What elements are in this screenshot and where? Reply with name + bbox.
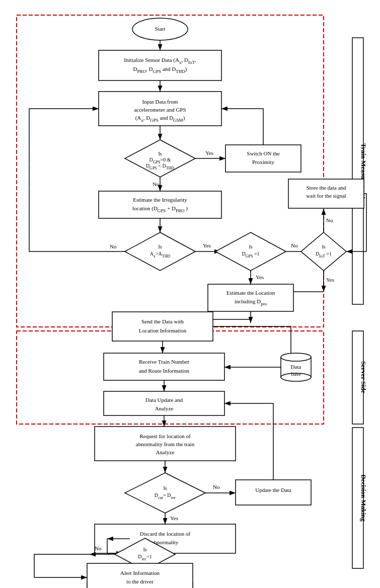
cond3-yes-label: Yes: [256, 274, 264, 280]
estimate-irr-node: [99, 191, 221, 218]
cond3-diamond: [215, 232, 286, 271]
estimate-irr-label-1: Estimate the Irregularity: [133, 197, 187, 203]
discard-label-1: Discard the location of: [139, 531, 190, 537]
flowchart-container: Train Measurement Server Side Decision M…: [9, 10, 371, 588]
cond1-yes-label: Yes: [205, 150, 213, 156]
cond4-diamond: [301, 232, 346, 271]
page: Train Measurement Server Side Decision M…: [5, 5, 375, 588]
cond5-no-label: No: [213, 484, 220, 490]
update-data-label-1: Update the Data: [255, 487, 291, 493]
cond1-label-1: Is: [158, 151, 162, 156]
data-update-label-1: Data Update and: [145, 397, 183, 403]
cond2-yes-label: Yes: [203, 242, 211, 248]
request-label-2: abnormality from the train: [135, 441, 194, 447]
cond5-label-1: Is: [163, 485, 167, 491]
switch-on-label-1: Switch ON the: [247, 150, 280, 156]
database-label-2: base: [291, 371, 301, 377]
init-node: [99, 50, 221, 80]
cond1-no-label: No: [153, 181, 160, 187]
send-data-node: [112, 312, 213, 341]
arrow-cond2-no-loop: [29, 109, 125, 251]
data-update-label-2: Analyze: [155, 405, 173, 411]
switch-on-label-2: Proximity: [252, 159, 274, 165]
cond5-yes-label: Yes: [170, 515, 178, 521]
arrow-switchon-back: [221, 109, 263, 145]
receive-node: [104, 353, 224, 380]
alert-label-2: to the driver: [126, 578, 154, 584]
store-data-label-1: Store the data and: [306, 185, 346, 191]
cond2-label-1: Is: [158, 244, 162, 249]
cond6-label-1: Is: [143, 547, 146, 552]
store-data-label-2: wait for the signal: [306, 193, 346, 199]
database-top: [281, 353, 311, 361]
arrow-cond6-no-loop: [34, 554, 90, 577]
estimate-loc-label-1: Estimate the Location: [226, 290, 275, 296]
cond3-no-label: No: [291, 242, 298, 248]
request-label-1: Request for location of: [139, 433, 190, 439]
receive-label-1: Receive Train Number: [138, 359, 189, 365]
receive-label-2: and Route Information: [138, 368, 189, 374]
cond3-label-1: Is: [249, 244, 252, 249]
send-data-label-2: Location Information: [138, 327, 186, 333]
cond4-yes-label: Yes: [326, 277, 334, 283]
send-data-label-1: Send the Data with: [141, 318, 184, 324]
input-label-2: accelerometer and GPS: [134, 107, 186, 113]
input-label-1: Input Data from: [142, 99, 178, 105]
flowchart-svg: Train Measurement Server Side Decision M…: [9, 10, 371, 588]
cond2-no-label: No: [110, 243, 117, 249]
database-label-1: Data: [290, 364, 301, 370]
data-update-node: [104, 391, 224, 415]
alert-label-1: Alert Information: [120, 570, 160, 576]
cond4-label-1: Is: [322, 244, 325, 249]
cond4-no-label: No: [326, 217, 333, 223]
start-label: Start: [155, 26, 165, 32]
request-label-3: Analyze: [156, 449, 174, 455]
cond6-no-label: No: [95, 545, 102, 551]
